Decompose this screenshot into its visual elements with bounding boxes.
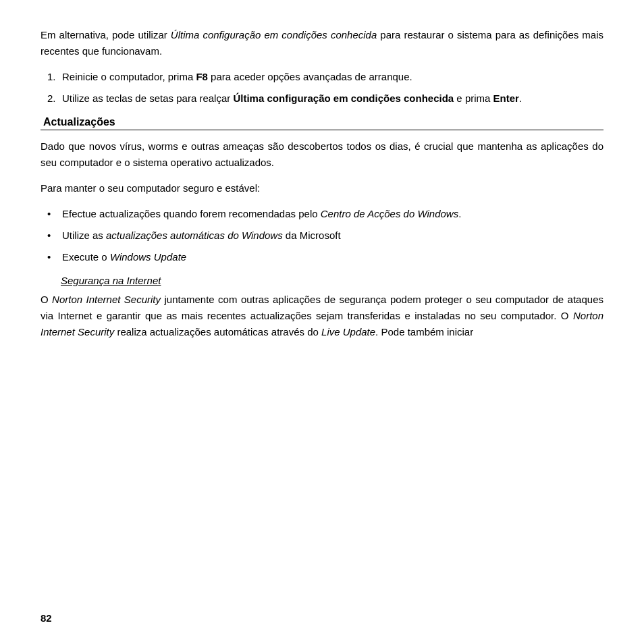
bullet-2-symbol: • [47, 227, 62, 244]
bullet-item-3: • Execute o Windows Update [47, 249, 603, 265]
intro-text-before: Em alternativa, pode utilizar [41, 29, 171, 41]
numbered-item-2: 2. Utilize as teclas de setas para realç… [47, 90, 603, 107]
section-paragraph-1: Dado que novos vírus, worms e outras ame… [41, 138, 603, 171]
bullet-list: • Efectue actualizações quando forem rec… [41, 206, 603, 265]
numbered-item-2-num: 2. [47, 90, 62, 107]
section-paragraph-2: Para manter o seu computador seguro e es… [41, 180, 603, 196]
bullet-item-1: • Efectue actualizações quando forem rec… [47, 206, 603, 222]
bold-ultima: Última configuração em condições conheci… [233, 92, 454, 104]
subsec-text4: . Pode também iniciar [375, 326, 473, 338]
subsec-text1: O [41, 294, 52, 305]
intro-italic: Última configuração em condições conheci… [171, 29, 377, 41]
bold-f8: F8 [196, 71, 208, 82]
numbered-item-1-num: 1. [47, 69, 62, 85]
bullet-1-content: Efectue actualizações quando forem recom… [62, 206, 603, 222]
section-heading: Actualizações [41, 116, 115, 128]
numbered-item-1-content: Reinicie o computador, prima F8 para ace… [62, 69, 603, 85]
section-heading-wrapper: Actualizações [41, 116, 603, 130]
subsec-text3: realiza actualizações automáticas atravé… [114, 326, 321, 338]
bullet-2-content: Utilize as actualizações automáticas do … [62, 227, 603, 244]
subsection-paragraph: O Norton Internet Security juntamente co… [41, 292, 603, 340]
subsection-heading-text: Segurança na Internet [61, 275, 161, 286]
bullet-1-symbol: • [47, 206, 62, 222]
numbered-item-2-content: Utilize as teclas de setas para realçar … [62, 90, 603, 107]
italic-actualizacoes: actualizações automáticas do Windows [106, 230, 283, 241]
bullet-item-2: • Utilize as actualizações automáticas d… [47, 227, 603, 244]
numbered-list: 1. Reinicie o computador, prima F8 para … [41, 69, 603, 107]
numbered-item-1: 1. Reinicie o computador, prima F8 para … [47, 69, 603, 85]
page-number: 82 [41, 612, 52, 624]
bold-enter: Enter [493, 92, 519, 104]
italic-live-update: Live Update [321, 326, 375, 338]
intro-paragraph: Em alternativa, pode utilizar Última con… [41, 27, 603, 59]
bullet-3-symbol: • [47, 249, 62, 265]
bullet-3-content: Execute o Windows Update [62, 249, 603, 265]
italic-windows-update: Windows Update [110, 251, 186, 263]
italic-centro: Centro de Acções do Windows [321, 208, 458, 219]
page: Em alternativa, pode utilizar Última con… [0, 0, 644, 644]
subsection-heading: Segurança na Internet [41, 275, 603, 286]
italic-norton-1: Norton Internet Security [52, 294, 161, 305]
